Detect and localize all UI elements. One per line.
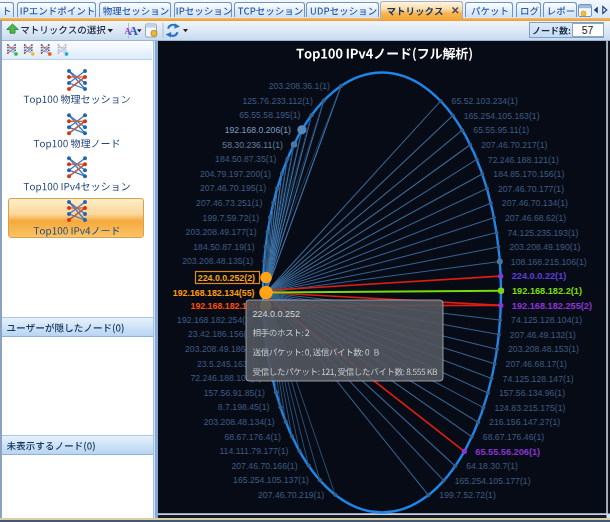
svg-text:165.254.105.163(1): 165.254.105.163(1) bbox=[464, 111, 540, 121]
svg-text:207.46.70.219(1): 207.46.70.219(1) bbox=[258, 490, 324, 500]
svg-text:157.56.134.96(1): 157.56.134.96(1) bbox=[499, 388, 565, 398]
svg-text:207.46.70.134(1): 207.46.70.134(1) bbox=[502, 198, 568, 208]
svg-text:203.208.48.134(1): 203.208.48.134(1) bbox=[204, 417, 275, 427]
svg-text:184.50.87.19(1): 184.50.87.19(1) bbox=[193, 242, 254, 252]
svg-text:192.168.182.134(55): 192.168.182.134(55) bbox=[173, 288, 255, 298]
svg-text:125.76.233.112(1): 125.76.233.112(1) bbox=[242, 96, 312, 106]
svg-text:224.0.0.252(2): 224.0.0.252(2) bbox=[198, 273, 255, 283]
svg-text:72.246.188.121(1): 72.246.188.121(1) bbox=[488, 155, 559, 165]
svg-text:65.55.58.195(1): 65.55.58.195(1) bbox=[239, 110, 300, 120]
svg-text:207.46.68.62(1): 207.46.68.62(1) bbox=[505, 213, 566, 223]
svg-text:207.46.70.217(1): 207.46.70.217(1) bbox=[481, 140, 547, 150]
svg-text:199.7.59.72(1): 199.7.59.72(1) bbox=[203, 213, 260, 223]
svg-text:204.79.197.200(1): 204.79.197.200(1) bbox=[200, 169, 271, 179]
svg-text:A: A bbox=[129, 24, 138, 38]
svg-text:203.208.49.190(1): 203.208.49.190(1) bbox=[509, 242, 580, 252]
svg-text:184.85.170.156(1): 184.85.170.156(1) bbox=[493, 169, 564, 179]
svg-text:203.208.36.1(1): 203.208.36.1(1) bbox=[269, 81, 330, 91]
svg-text:64.18.30.7(1): 64.18.30.7(1) bbox=[466, 461, 518, 471]
svg-text:57: 57 bbox=[582, 24, 594, 36]
svg-text:199.7.52.72(1): 199.7.52.72(1) bbox=[439, 490, 496, 500]
svg-text:108.168.215.106(1): 108.168.215.106(1) bbox=[511, 257, 587, 267]
svg-text:207.46.73.251(1): 207.46.73.251(1) bbox=[196, 198, 262, 208]
svg-text:74.125.128.104(1): 74.125.128.104(1) bbox=[511, 315, 582, 325]
svg-text:192.168.182.255(2): 192.168.182.255(2) bbox=[512, 301, 592, 311]
svg-text:203.208.48.135(1): 203.208.48.135(1) bbox=[182, 256, 253, 266]
svg-text:203.208.48.153(1): 203.208.48.153(1) bbox=[508, 344, 579, 354]
svg-text:157.56.91.85(1): 157.56.91.85(1) bbox=[204, 388, 265, 398]
svg-text:184.50.87.35(1): 184.50.87.35(1) bbox=[215, 154, 276, 164]
svg-text:58.30.236.11(1): 58.30.236.11(1) bbox=[222, 140, 283, 150]
svg-text:74.125.235.193(1): 74.125.235.193(1) bbox=[508, 228, 579, 238]
svg-text:65.52.103.234(1): 65.52.103.234(1) bbox=[452, 96, 518, 106]
svg-text:192.168.182.254(2): 192.168.182.254(2) bbox=[177, 315, 253, 325]
svg-text:68.67.176.4(1): 68.67.176.4(1) bbox=[224, 432, 281, 442]
svg-text:65.55.56.206(1): 65.55.56.206(1) bbox=[475, 447, 540, 457]
svg-text:207.46.70.166(1): 207.46.70.166(1) bbox=[231, 461, 297, 471]
svg-text:203.208.49.186(1): 203.208.49.186(1) bbox=[185, 344, 256, 354]
svg-text:192.168.0.206(1): 192.168.0.206(1) bbox=[225, 125, 291, 135]
svg-text:192.168.182.2(1): 192.168.182.2(1) bbox=[512, 286, 582, 296]
svg-text:216.156.147.27(1): 216.156.147.27(1) bbox=[489, 417, 560, 427]
svg-text:165.254.105.137(1): 165.254.105.137(1) bbox=[233, 475, 309, 485]
svg-text:165.254.105.177(1): 165.254.105.177(1) bbox=[455, 476, 531, 486]
svg-text:207.46.68.17(1): 207.46.68.17(1) bbox=[506, 359, 567, 369]
svg-text:23.42.186.156(1): 23.42.186.156(1) bbox=[188, 329, 254, 339]
svg-text:224.0.0.22(1): 224.0.0.22(1) bbox=[512, 271, 567, 281]
svg-text:114.111.79.177(1): 114.111.79.177(1) bbox=[219, 446, 288, 456]
svg-text:8.7.198.45(1): 8.7.198.45(1) bbox=[218, 402, 270, 412]
svg-text:74.125.128.147(1): 74.125.128.147(1) bbox=[503, 374, 574, 384]
svg-text:65.55.95.11(1): 65.55.95.11(1) bbox=[473, 125, 529, 135]
svg-text:124.83.215.175(1): 124.83.215.175(1) bbox=[494, 403, 565, 413]
svg-text:224.0.0.252: 224.0.0.252 bbox=[253, 309, 301, 319]
svg-text:203.208.49.177(1): 203.208.49.177(1) bbox=[186, 227, 257, 237]
svg-text:207.46.70.195(1): 207.46.70.195(1) bbox=[200, 183, 266, 193]
svg-text:207.46.49.132(1): 207.46.49.132(1) bbox=[510, 330, 576, 340]
svg-text:68.67.176.46(1): 68.67.176.46(1) bbox=[483, 432, 544, 442]
svg-text:207.46.70.177(1): 207.46.70.177(1) bbox=[498, 184, 564, 194]
